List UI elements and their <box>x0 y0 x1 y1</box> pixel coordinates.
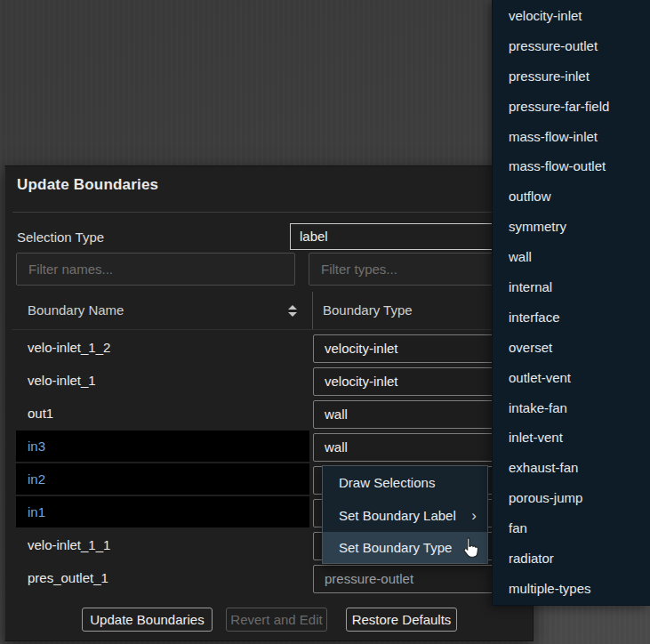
table-row-name[interactable]: pres_outlet_1 <box>16 562 309 593</box>
hand-cursor-icon <box>459 536 481 560</box>
type-option-mass-flow-inlet[interactable]: mass-flow-inlet <box>493 122 650 152</box>
type-option-outlet-vent[interactable]: outlet-vent <box>493 363 650 393</box>
restore-defaults-button[interactable]: Restore Defaults <box>346 608 457 632</box>
menu-item-draw-selections[interactable]: Draw Selections <box>323 466 487 499</box>
table-row-name[interactable]: in1 <box>16 496 309 527</box>
type-option-pressure-outlet[interactable]: pressure-outlet <box>493 31 650 61</box>
column-divider <box>312 292 313 329</box>
table-row-name[interactable]: out1 <box>16 398 309 429</box>
filter-names-input[interactable] <box>16 253 295 286</box>
type-option-intake-fan[interactable]: intake-fan <box>493 393 650 423</box>
table-row-name[interactable]: in2 <box>16 463 309 495</box>
table-row-name[interactable]: velo-inlet_1 <box>16 365 309 396</box>
header-divider <box>12 329 529 330</box>
type-option-wall[interactable]: wall <box>493 242 650 272</box>
type-option-multiple-types[interactable]: multiple-types <box>493 574 650 604</box>
type-option-fan[interactable]: fan <box>493 513 650 543</box>
menu-item-label: Set Boundary Label <box>339 508 456 523</box>
table-row-name[interactable]: velo-inlet_1_2 <box>16 332 309 363</box>
selection-type-label: Selection Type <box>17 229 104 245</box>
dialog-title: Update Boundaries <box>17 176 158 194</box>
sort-icon[interactable] <box>287 305 297 317</box>
type-option-interface[interactable]: interface <box>493 302 650 333</box>
column-header-boundary-type[interactable]: Boundary Type <box>323 302 413 318</box>
menu-item-set-boundary-label[interactable]: Set Boundary Label › <box>323 499 487 532</box>
title-divider <box>12 212 528 213</box>
boundary-type-dropdown: velocity-inlet pressure-outlet pressure-… <box>492 0 650 606</box>
type-option-mass-flow-outlet[interactable]: mass-flow-outlet <box>493 151 650 181</box>
type-option-outflow[interactable]: outflow <box>493 181 650 212</box>
column-header-boundary-name[interactable]: Boundary Name <box>28 302 124 318</box>
type-option-symmetry[interactable]: symmetry <box>493 212 650 242</box>
sort-asc-icon <box>288 305 297 310</box>
type-option-exhaust-fan[interactable]: exhaust-fan <box>493 453 650 483</box>
type-option-velocity-inlet[interactable]: velocity-inlet <box>493 1 650 31</box>
type-option-overset[interactable]: overset <box>493 333 650 363</box>
type-option-internal[interactable]: internal <box>493 272 650 302</box>
type-option-porous-jump[interactable]: porous-jump <box>493 483 650 513</box>
type-option-pressure-inlet[interactable]: pressure-inlet <box>493 61 650 92</box>
table-row-name[interactable]: in3 <box>16 431 309 462</box>
update-boundaries-dialog: Update Boundaries Selection Type label B… <box>4 165 534 641</box>
update-boundaries-button[interactable]: Update Boundaries <box>82 608 213 632</box>
revert-and-edit-button[interactable]: Revert and Edit <box>226 608 327 632</box>
sort-desc-icon <box>288 312 297 317</box>
type-option-radiator[interactable]: radiator <box>493 543 650 574</box>
type-option-inlet-vent[interactable]: inlet-vent <box>493 423 650 453</box>
table-row-name[interactable]: velo-inlet_1_1 <box>16 529 309 560</box>
submenu-chevron-icon: › <box>471 499 477 532</box>
type-option-pressure-far-field[interactable]: pressure-far-field <box>493 92 650 122</box>
